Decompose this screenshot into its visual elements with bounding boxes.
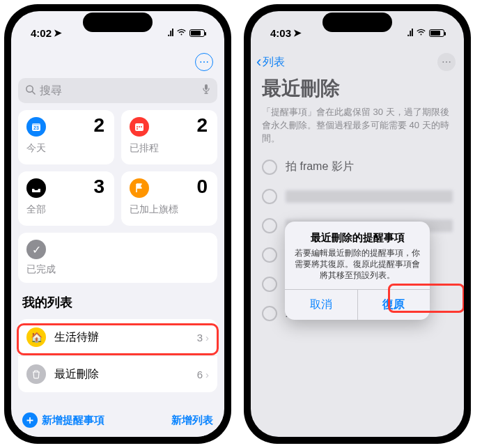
card-all[interactable]: 3 全部	[18, 171, 114, 226]
nav-bar: ‹ 列表 ⋯	[251, 50, 464, 74]
card-flagged-label: 已加上旗標	[130, 203, 209, 216]
list-row-label: 最近刪除	[54, 367, 99, 382]
reminder-text: 拍 frame 影片	[286, 160, 354, 174]
chevron-right-icon: ›	[205, 369, 209, 380]
radio-icon[interactable]	[262, 306, 277, 321]
svg-text:23: 23	[33, 125, 39, 130]
status-time-text: 4:02	[31, 27, 52, 39]
location-icon: ➤	[293, 27, 302, 38]
svg-point-7	[137, 126, 138, 128]
chevron-right-icon: ›	[205, 332, 209, 343]
phone-right: 4:03 ➤ ‹ 列表 ⋯ 最近刪除 「提醒事項」會在此處保留 30 天，過了期…	[244, 4, 471, 444]
status-indicators	[167, 27, 205, 38]
content-left: ⋯ 搜尋 23 2 今天	[11, 11, 224, 437]
trash-icon	[26, 364, 46, 384]
list-row-count: 6	[197, 369, 203, 380]
mic-icon[interactable]	[202, 84, 210, 98]
more-button[interactable]: ⋯	[195, 53, 213, 71]
alert-title: 最近刪除的提醒事項	[285, 222, 430, 247]
radio-icon[interactable]	[262, 247, 277, 263]
card-scheduled-label: 已排程	[130, 142, 209, 155]
card-scheduled[interactable]: 2 已排程	[121, 110, 217, 164]
alert-buttons: 取消 復原	[285, 289, 430, 320]
status-indicators	[407, 27, 444, 38]
list-row-meta: 6 ›	[197, 369, 209, 380]
flag-icon	[130, 178, 149, 198]
back-label: 列表	[263, 55, 285, 70]
page-subtitle: 「提醒事項」會在此處保留 30 天，過了期限後會永久刪除。整個過程最多可能需要 …	[251, 106, 464, 153]
alert-dialog: 最近刪除的提醒事項 若要編輯最近刪除的提醒事項，你需要將其復原。復原此提醒事項會…	[285, 222, 430, 320]
wifi-icon	[176, 27, 187, 38]
svg-point-9	[141, 126, 142, 128]
top-actions: ⋯	[11, 50, 224, 72]
card-completed[interactable]: ✓ 已完成	[18, 233, 217, 283]
new-reminder-label: 新增提醒事項	[42, 414, 104, 427]
page-title: 最近刪除	[251, 74, 464, 106]
notch	[83, 13, 153, 32]
list-row-life[interactable]: 🏠 生活待辦 3 ›	[18, 319, 217, 355]
radio-icon[interactable]	[262, 189, 277, 204]
location-icon: ➤	[54, 27, 62, 38]
radio-icon[interactable]	[262, 218, 277, 233]
wifi-icon	[416, 27, 426, 38]
inbox-icon	[26, 178, 46, 198]
list-row-meta: 3 ›	[197, 332, 209, 343]
svg-point-10	[137, 128, 138, 130]
list-row-label: 生活待辦	[54, 330, 99, 345]
status-time: 4:02 ➤	[31, 27, 62, 39]
checkmark-icon: ✓	[26, 240, 46, 259]
signal-icon	[407, 27, 413, 38]
battery-icon	[429, 29, 444, 37]
cancel-button[interactable]: 取消	[285, 290, 357, 320]
card-all-label: 全部	[26, 203, 106, 216]
card-flagged-count: 0	[196, 176, 208, 198]
alert-message: 若要編輯最近刪除的提醒事項，你需要將其復原。復原此提醒事項會將其移至預設列表。	[285, 247, 430, 289]
my-lists: 🏠 生活待辦 3 › 最近刪除 6 ›	[18, 319, 217, 392]
radio-icon[interactable]	[262, 160, 277, 175]
more-button[interactable]: ⋯	[437, 53, 456, 71]
reminder-row[interactable]: 拍 frame 影片	[256, 153, 458, 182]
card-scheduled-count: 2	[196, 114, 208, 137]
calendar-icon: 23	[26, 117, 46, 137]
signal-icon	[167, 27, 173, 38]
reminder-text-blurred	[286, 190, 453, 203]
screen-left: 4:02 ➤ ⋯ 搜尋	[11, 11, 224, 437]
notch	[322, 13, 392, 32]
search-input[interactable]: 搜尋	[18, 78, 217, 103]
back-button[interactable]: ‹ 列表	[256, 53, 285, 71]
card-all-count: 3	[93, 176, 104, 198]
list-row-recently-deleted[interactable]: 最近刪除 6 ›	[18, 355, 217, 392]
my-lists-header: 我的列表	[11, 290, 224, 315]
svg-rect-2	[205, 84, 208, 90]
plus-icon: ＋	[22, 412, 38, 428]
status-time-text: 4:03	[270, 27, 291, 39]
card-today-count: 2	[93, 114, 104, 137]
chevron-left-icon: ‹	[256, 53, 261, 71]
search-placeholder: 搜尋	[40, 84, 62, 98]
radio-icon[interactable]	[262, 277, 277, 292]
svg-line-1	[32, 91, 35, 94]
svg-point-8	[139, 126, 140, 128]
phone-left: 4:02 ➤ ⋯ 搜尋	[4, 4, 231, 444]
restore-button[interactable]: 復原	[357, 290, 430, 320]
calendar-icon	[130, 117, 149, 137]
new-list-button[interactable]: 新增列表	[171, 414, 213, 427]
smart-lists-grid: 23 2 今天 2 已排程 3 全部	[11, 110, 224, 231]
reminder-row[interactable]	[256, 182, 458, 211]
card-completed-label: 已完成	[26, 263, 209, 276]
card-today[interactable]: 23 2 今天	[18, 110, 114, 164]
new-reminder-button[interactable]: ＋ 新增提醒事項	[22, 412, 104, 428]
search-icon	[25, 84, 36, 98]
battery-icon	[189, 29, 205, 37]
house-icon: 🏠	[26, 327, 46, 347]
card-today-label: 今天	[26, 142, 106, 155]
status-time: 4:03 ➤	[270, 27, 302, 39]
screen-right: 4:03 ➤ ‹ 列表 ⋯ 最近刪除 「提醒事項」會在此處保留 30 天，過了期…	[251, 11, 464, 437]
list-row-count: 3	[197, 332, 203, 343]
card-flagged[interactable]: 0 已加上旗標	[121, 171, 217, 226]
bottom-bar: ＋ 新增提醒事項 新增列表	[11, 408, 224, 437]
